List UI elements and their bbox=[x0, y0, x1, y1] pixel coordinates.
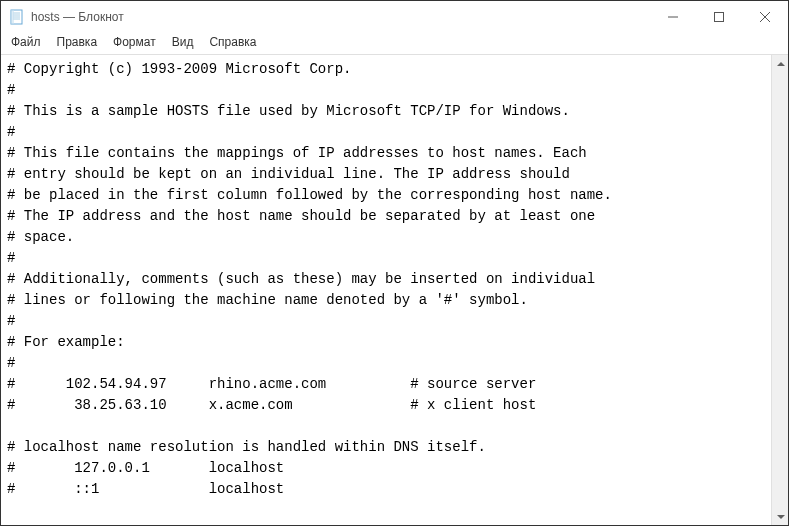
menu-file[interactable]: Файл bbox=[3, 33, 49, 54]
svg-rect-7 bbox=[715, 13, 724, 22]
maximize-button[interactable] bbox=[696, 1, 742, 33]
scroll-down-arrow[interactable] bbox=[772, 508, 789, 525]
menu-help[interactable]: Справка bbox=[201, 33, 264, 54]
svg-rect-5 bbox=[11, 10, 14, 24]
menubar: Файл Правка Формат Вид Справка bbox=[1, 33, 788, 55]
text-editor[interactable]: # Copyright (c) 1993-2009 Microsoft Corp… bbox=[1, 55, 771, 525]
window-controls bbox=[650, 1, 788, 33]
notepad-icon bbox=[9, 9, 25, 25]
window-title: hosts — Блокнот bbox=[31, 10, 650, 24]
scroll-up-arrow[interactable] bbox=[772, 55, 789, 72]
vertical-scrollbar[interactable] bbox=[771, 55, 788, 525]
menu-edit[interactable]: Правка bbox=[49, 33, 106, 54]
menu-format[interactable]: Формат bbox=[105, 33, 164, 54]
titlebar: hosts — Блокнот bbox=[1, 1, 788, 33]
minimize-button[interactable] bbox=[650, 1, 696, 33]
menu-view[interactable]: Вид bbox=[164, 33, 202, 54]
close-button[interactable] bbox=[742, 1, 788, 33]
content-wrapper: # Copyright (c) 1993-2009 Microsoft Corp… bbox=[1, 55, 788, 525]
